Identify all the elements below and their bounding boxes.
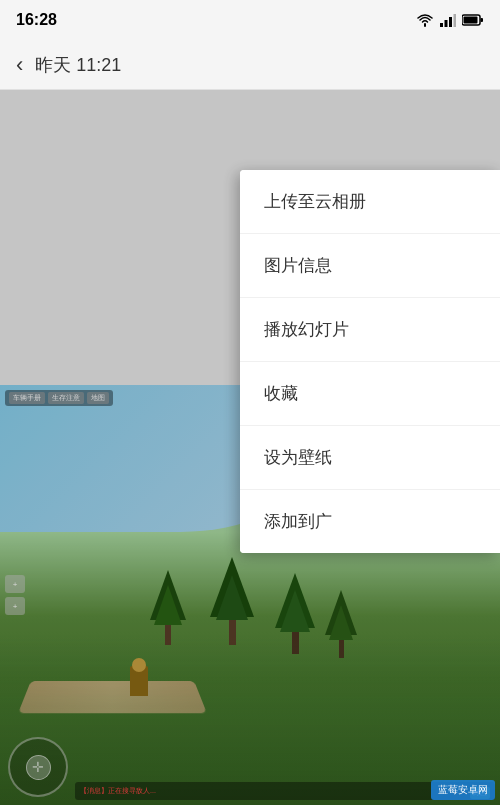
svg-rect-2 [449, 17, 452, 27]
status-icons [416, 13, 484, 27]
nav-bar: ‹ 昨天 11:21 [0, 40, 500, 90]
svg-rect-1 [445, 20, 448, 27]
menu-item-favorite[interactable]: 收藏 [240, 362, 500, 426]
wifi-icon [416, 13, 434, 27]
menu-item-set-wallpaper[interactable]: 设为壁纸 [240, 426, 500, 490]
status-time: 16:28 [16, 11, 57, 29]
status-bar: 16:28 [0, 0, 500, 40]
battery-icon [462, 14, 484, 26]
menu-item-upload-cloud[interactable]: 上传至云相册 [240, 170, 500, 234]
svg-rect-6 [464, 17, 478, 24]
svg-rect-5 [481, 18, 484, 22]
back-button[interactable]: ‹ [16, 52, 23, 78]
svg-rect-3 [454, 14, 457, 27]
menu-item-slideshow[interactable]: 播放幻灯片 [240, 298, 500, 362]
main-content: 车辆手册 生存注意 地图 136 11:55 [0, 90, 500, 805]
menu-item-add-to[interactable]: 添加到广 [240, 490, 500, 553]
nav-title: 昨天 11:21 [35, 53, 121, 77]
signal-icon [440, 13, 456, 27]
svg-rect-0 [440, 23, 443, 27]
menu-item-photo-info[interactable]: 图片信息 [240, 234, 500, 298]
context-menu: 上传至云相册 图片信息 播放幻灯片 收藏 设为壁纸 添加到广 [240, 170, 500, 553]
watermark: 蓝莓安卓网 [431, 780, 495, 800]
